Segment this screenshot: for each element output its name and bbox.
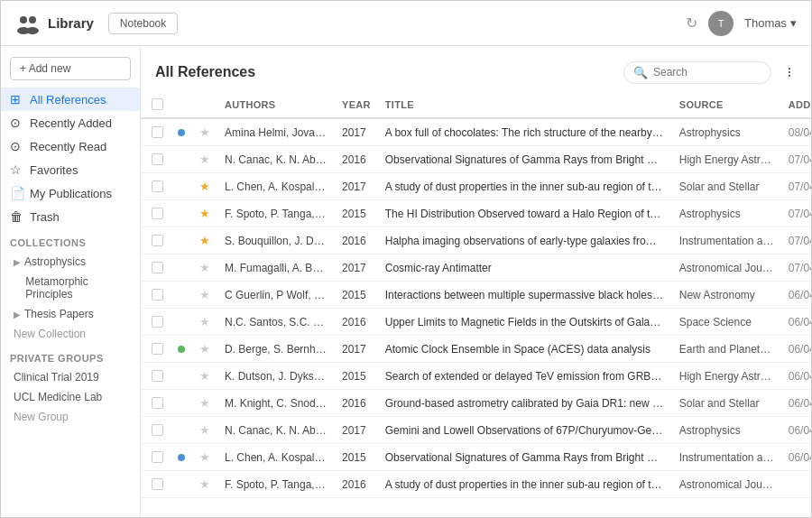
row-checkbox-10[interactable] [152, 397, 163, 409]
sidebar-item-recently-added[interactable]: ⊙ Recently Added [1, 111, 140, 134]
header-checkbox[interactable] [152, 98, 163, 110]
star-icon[interactable]: ★ [199, 180, 210, 193]
year-cell: 2016 [335, 390, 378, 417]
title-text: Halpha imaging observations of early-typ… [385, 235, 665, 247]
year-cell: 2017 [335, 336, 378, 363]
sidebar-item-clinical-trial[interactable]: Clinical Trial 2019 [1, 367, 140, 387]
title-text: A box full of chocolates: The rich struc… [385, 126, 665, 139]
search-box[interactable]: 🔍 [623, 61, 771, 84]
authors-cell: L. Chen, A. Kospal, et al. [217, 173, 335, 200]
svg-point-3 [26, 27, 39, 34]
star-cell[interactable]: ★ [192, 200, 217, 227]
row-checkbox-9[interactable] [152, 370, 163, 382]
title-text: Upper Limits to Magnetic Fields in the O… [385, 316, 665, 328]
authors-cell: S. Bouquillon, J. Desmars, [217, 227, 335, 254]
row-checkbox-2[interactable] [152, 180, 163, 192]
star-icon[interactable]: ★ [199, 234, 210, 247]
table-row: ★L. Chen, A. Kospal, et al.2015Observati… [141, 444, 811, 471]
star-icon[interactable]: ★ [199, 261, 210, 274]
star-cell[interactable]: ★ [192, 146, 217, 173]
svg-point-1 [29, 16, 36, 23]
status-dot-cell [171, 254, 192, 282]
svg-point-0 [20, 16, 27, 23]
row-checkbox-4[interactable] [152, 235, 163, 246]
sidebar-item-ucl-medicine-lab[interactable]: UCL Medicine Lab [1, 387, 140, 407]
sidebar-item-recently-read[interactable]: ⊙ Recently Read [1, 134, 140, 158]
row-checkbox-12[interactable] [152, 451, 163, 463]
status-dot-cell [171, 173, 192, 200]
star-cell[interactable]: ★ [192, 363, 217, 390]
star-cell[interactable]: ★ [192, 390, 217, 417]
star-icon[interactable]: ★ [199, 207, 210, 220]
star-cell[interactable]: ★ [192, 254, 217, 282]
star-icon[interactable]: ★ [199, 423, 210, 437]
added-cell: 06/04/19 [781, 309, 811, 336]
table-row: ★L. Chen, A. Kospal, et al.2017A study o… [141, 173, 811, 200]
title-cell: Halpha imaging observations of early-typ… [378, 227, 672, 254]
sidebar-item-metamorphic-principles[interactable]: Metamorphic Principles [1, 272, 140, 304]
row-checkbox-3[interactable] [152, 208, 163, 219]
row-checkbox-11[interactable] [152, 424, 163, 436]
star-cell[interactable]: ★ [192, 282, 217, 309]
title-cell: Interactions between multiple supermassi… [378, 282, 672, 309]
star-cell[interactable]: ★ [192, 417, 217, 444]
year-cell: 2016 [335, 146, 378, 173]
user-name[interactable]: Thomas ▾ [744, 16, 797, 30]
added-date: 06/04/19 [789, 397, 811, 410]
row-checkbox-0[interactable] [152, 126, 163, 138]
year-cell: 2015 [335, 200, 378, 227]
row-checkbox-5[interactable] [152, 262, 163, 273]
star-icon[interactable]: ★ [199, 153, 210, 166]
authors-cell: M. Knight, C. Snodgrass [217, 390, 335, 417]
year-cell: 2016 [335, 309, 378, 336]
my-publications-icon: 📄 [10, 186, 24, 200]
sidebar-item-my-publications[interactable]: 📄 My Publications [1, 181, 140, 205]
sidebar-item-favorites[interactable]: ☆ Favorites [1, 158, 140, 181]
star-cell[interactable]: ★ [192, 173, 217, 200]
added-cell: 07/04/19 [781, 173, 811, 200]
title-text: Ground-based astrometry calibrated by Ga… [385, 397, 665, 410]
sidebar-item-all-references[interactable]: ⊞ All References [1, 88, 140, 111]
star-icon[interactable]: ★ [199, 477, 210, 491]
sidebar-item-trash[interactable]: 🗑 Trash [1, 205, 140, 228]
star-cell[interactable]: ★ [192, 336, 217, 363]
status-dot-cell [171, 417, 192, 444]
dot-blue [178, 454, 185, 461]
star-cell[interactable]: ★ [192, 309, 217, 336]
row-checkbox-13[interactable] [152, 478, 163, 490]
sidebar-item-astrophysics[interactable]: ▶ Astrophysics [1, 252, 140, 272]
star-cell[interactable]: ★ [192, 471, 217, 498]
table-row: ★F. Spoto, P. Tanga, et al.2015The HI Di… [141, 200, 811, 227]
recently-added-icon: ⊙ [10, 116, 24, 130]
star-icon[interactable]: ★ [199, 125, 210, 139]
new-collection-link[interactable]: New Collection [1, 324, 140, 344]
row-checkbox-8[interactable] [152, 343, 163, 355]
filter-button[interactable]: ⫶ [782, 60, 797, 84]
source-cell: Astrophysics [672, 200, 781, 227]
star-icon[interactable]: ★ [199, 288, 210, 301]
star-icon[interactable]: ★ [199, 450, 210, 464]
star-cell[interactable]: ★ [192, 444, 217, 471]
star-icon[interactable]: ★ [199, 396, 210, 410]
status-dot-cell [171, 200, 192, 227]
new-group-link[interactable]: New Group [1, 407, 140, 427]
row-checkbox-6[interactable] [152, 289, 163, 301]
sync-icon[interactable]: ↻ [686, 14, 697, 32]
added-cell: 07/04/19 [781, 227, 811, 254]
row-checkbox-1[interactable] [152, 153, 163, 165]
recently-read-icon: ⊙ [10, 139, 24, 153]
star-cell[interactable]: ★ [192, 227, 217, 254]
star-icon[interactable]: ★ [199, 369, 210, 383]
star-cell[interactable]: ★ [192, 118, 217, 146]
star-icon[interactable]: ★ [199, 342, 210, 356]
notebook-button[interactable]: Notebook [108, 13, 178, 34]
title-text: A study of dust properties in the inner … [385, 478, 665, 491]
row-checkbox-7[interactable] [152, 316, 163, 328]
search-input[interactable] [653, 66, 761, 79]
col-header-title: TITLE [378, 91, 672, 118]
sidebar-item-thesis-papers[interactable]: ▶ Thesis Papers [1, 304, 140, 324]
add-new-button[interactable]: + Add new [10, 57, 131, 80]
col-header-added[interactable]: ADDED ▾ [781, 91, 811, 118]
star-icon[interactable]: ★ [199, 315, 210, 328]
title-text: Observational Signatures of Gamma Rays f… [385, 153, 665, 166]
